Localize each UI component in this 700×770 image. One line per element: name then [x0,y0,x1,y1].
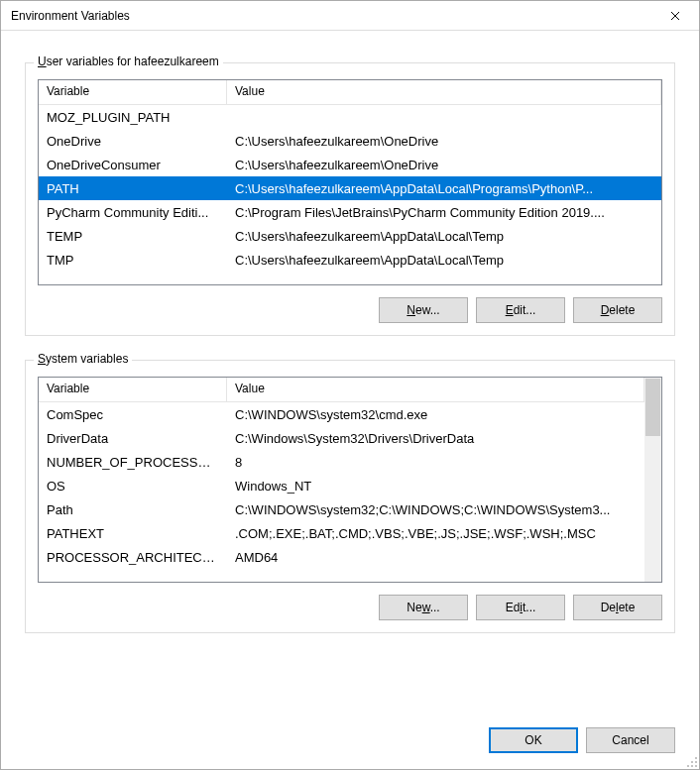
cell-variable: DriverData [39,428,227,449]
cell-value: C:\Program Files\JetBrains\PyCharm Commu… [227,202,661,223]
system-header-value[interactable]: Value [227,378,644,401]
dialog-footer: OK Cancel [1,715,699,769]
cell-variable: OS [39,476,227,496]
cell-value: C:\Users\hafeezulkareem\AppData\Local\Pr… [227,178,661,199]
user-variables-list[interactable]: Variable Value MOZ_PLUGIN_PATHOneDriveC:… [38,79,662,285]
table-row[interactable]: PyCharm Community Editi...C:\Program Fil… [39,200,661,224]
user-variables-label: User variables for hafeezulkareem [34,55,223,68]
cell-variable: NUMBER_OF_PROCESSORS [39,452,227,473]
cell-value: C:\WINDOWS\system32\cmd.exe [227,404,644,425]
cell-variable: TEMP [39,226,227,247]
cell-variable: Path [39,499,227,520]
cell-value: C:\WINDOWS\system32;C:\WINDOWS;C:\WINDOW… [227,499,644,520]
cell-variable: MOZ_PLUGIN_PATH [39,107,227,128]
cell-variable: PATH [39,178,227,199]
cell-value: Windows_NT [227,476,644,496]
cancel-button[interactable]: Cancel [586,727,675,753]
table-row[interactable]: OneDriveC:\Users\hafeezulkareem\OneDrive [39,129,661,153]
system-scrollbar-thumb[interactable] [645,379,660,436]
titlebar: Environment Variables [1,1,699,31]
cell-variable: ComSpec [39,404,227,425]
cell-value: C:\Users\hafeezulkareem\OneDrive [227,131,661,152]
system-variables-list[interactable]: Variable Value ComSpecC:\WINDOWS\system3… [38,377,662,583]
ok-button[interactable]: OK [489,727,578,753]
cell-value: C:\Windows\System32\Drivers\DriverData [227,428,644,449]
system-new-button[interactable]: New... [379,595,468,620]
cell-value: C:\Users\hafeezulkareem\OneDrive [227,155,661,175]
cell-value: .COM;.EXE;.BAT;.CMD;.VBS;.VBE;.JS;.JSE;.… [227,523,644,544]
user-edit-button[interactable]: Edit... [476,297,565,323]
window-title: Environment Variables [11,9,652,23]
cell-value: C:\Users\hafeezulkareem\AppData\Local\Te… [227,250,661,271]
table-row[interactable]: OneDriveConsumerC:\Users\hafeezulkareem\… [39,153,661,176]
cell-variable: OneDrive [39,131,227,152]
user-header-variable[interactable]: Variable [39,80,227,104]
cell-variable: PROCESSOR_ARCHITECTU... [39,547,227,568]
cell-variable: PyCharm Community Editi... [39,202,227,223]
table-row[interactable]: PROCESSOR_ARCHITECTU...AMD64 [39,545,644,569]
table-row[interactable]: PathC:\WINDOWS\system32;C:\WINDOWS;C:\WI… [39,497,644,521]
table-row[interactable]: ComSpecC:\WINDOWS\system32\cmd.exe [39,402,644,426]
cell-variable: PATHEXT [39,523,227,544]
close-button[interactable] [652,2,697,30]
cell-value: 8 [227,452,644,473]
table-row[interactable]: DriverDataC:\Windows\System32\Drivers\Dr… [39,426,644,450]
table-row[interactable]: TMPC:\Users\hafeezulkareem\AppData\Local… [39,248,661,272]
table-row[interactable]: MOZ_PLUGIN_PATH [39,105,661,129]
table-row[interactable]: PATHC:\Users\hafeezulkareem\AppData\Loca… [39,176,661,200]
close-icon [670,11,680,21]
cell-value [227,114,661,120]
cell-variable: TMP [39,250,227,271]
user-list-header: Variable Value [39,80,661,105]
table-row[interactable]: OSWindows_NT [39,474,644,497]
system-header-variable[interactable]: Variable [39,378,227,401]
system-edit-button[interactable]: Edit... [476,595,565,620]
system-list-header: Variable Value [39,378,644,402]
system-variables-label: System variables [34,352,132,366]
cell-variable: OneDriveConsumer [39,155,227,175]
cell-value: AMD64 [227,547,644,568]
table-row[interactable]: TEMPC:\Users\hafeezulkareem\AppData\Loca… [39,224,661,248]
system-delete-button[interactable]: Delete [573,595,662,620]
system-variables-group: System variables Variable Value ComSpecC… [25,360,675,633]
cell-value: C:\Users\hafeezulkareem\AppData\Local\Te… [227,226,661,247]
user-new-button[interactable]: New... [379,297,468,323]
table-row[interactable]: PATHEXT.COM;.EXE;.BAT;.CMD;.VBS;.VBE;.JS… [39,521,644,545]
user-variables-group: User variables for hafeezulkareem Variab… [25,62,675,336]
system-scrollbar[interactable] [644,378,661,582]
table-row[interactable]: NUMBER_OF_PROCESSORS8 [39,450,644,474]
user-header-value[interactable]: Value [227,80,661,104]
user-delete-button[interactable]: Delete [573,297,662,323]
